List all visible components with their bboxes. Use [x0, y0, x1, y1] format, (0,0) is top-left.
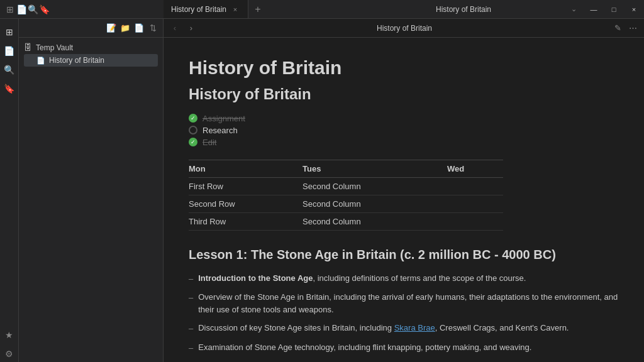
editor: ‹ › History of Britain ✎ ⋯ History of Br… — [164, 19, 644, 362]
table-cell-row3-col3 — [440, 212, 503, 230]
file-item-label: History of Britain — [49, 56, 104, 65]
table-cell-row2-col3 — [440, 195, 503, 212]
table-cell-row3-col1: Third Row — [189, 212, 295, 230]
sidebar-toolbar: 📝 📁 📄 ⇅ — [19, 19, 163, 38]
bullet-dash-1: – — [189, 273, 193, 285]
bookmark-icon[interactable]: 🔖 — [39, 4, 49, 14]
more-options-icon[interactable]: ⋯ — [626, 22, 639, 35]
bullet-dash-4: – — [189, 342, 193, 354]
bullet-item-1: – Introduction to the Stone Age, includi… — [189, 272, 619, 285]
doc-heading-2: History of Britain — [189, 85, 619, 104]
file-item-history[interactable]: 📄 History of Britain — [24, 54, 158, 67]
editor-actions: ✎ ⋯ — [611, 22, 639, 35]
checklist-item-edit[interactable]: ✓ Edit — [189, 138, 619, 147]
vault-section: 🗄 Temp Vault 📄 History of Britain — [19, 38, 163, 71]
check-label-edit: Edit — [203, 138, 216, 147]
file-doc-icon: 📄 — [36, 57, 45, 65]
tab-label: History of Britain — [171, 5, 226, 14]
tab-close-button[interactable]: × — [230, 4, 240, 14]
schedule-table: Mon Tues Wed First Row Second Column Sec… — [189, 160, 503, 231]
tab-history-of-britain[interactable]: History of Britain × — [164, 0, 248, 18]
sidebar: 📝 📁 📄 ⇅ 🗄 Temp Vault 📄 History of Britai… — [19, 19, 164, 362]
activity-bar: ⊞ 📄 🔍 🔖 ★ ⚙ — [0, 19, 19, 362]
table-header-wed: Wed — [440, 160, 503, 177]
bullet-item-2: – Overview of the Stone Age in Britain, … — [189, 291, 619, 315]
chevron-down-icon[interactable]: ⌄ — [569, 4, 579, 14]
checklist-item-assignment[interactable]: ✓ Assignment — [189, 114, 619, 123]
table-cell-row2-col1: Second Row — [189, 195, 295, 212]
skara-brae-link[interactable]: Skara Brae — [394, 323, 435, 332]
check-label-assignment: Assignment — [203, 114, 245, 123]
bullet-text-1: Introduction to the Stone Age, including… — [198, 272, 526, 285]
check-label-research: Research — [203, 126, 238, 135]
new-folder-icon[interactable]: 📁 — [119, 22, 131, 35]
document-content: History of Britain History of Britain ✓ … — [164, 38, 644, 362]
search-icon[interactable]: 🔍 — [28, 4, 38, 14]
new-note-icon[interactable]: 📝 — [105, 22, 118, 35]
check-icon-research — [189, 126, 197, 134]
new-tab-button[interactable]: + — [248, 0, 267, 18]
nav-back-button[interactable]: ‹ — [169, 22, 181, 35]
bullet-after-link-3: , Creswell Crags, and Kent's Cavern. — [435, 323, 569, 332]
table-cell-row1-col1: First Row — [189, 177, 295, 195]
titlebar: ⊞ 📄 🔍 🔖 History of Britain × + History o… — [0, 0, 644, 19]
editor-title: History of Britain — [201, 24, 608, 33]
activity-grid-icon[interactable]: ⊞ — [1, 24, 18, 40]
table-row: Second Row Second Column — [189, 195, 503, 212]
table-row: First Row Second Column — [189, 177, 503, 195]
titlebar-left: ⊞ 📄 🔍 🔖 — [0, 4, 164, 14]
activity-search-icon[interactable]: 🔍 — [1, 62, 18, 78]
edit-pencil-icon[interactable]: ✎ — [611, 22, 624, 35]
activity-settings-icon[interactable]: ⚙ — [1, 346, 18, 362]
doc-heading-1: History of Britain — [189, 57, 619, 79]
bullet-rest-1: , including definitions of terms and the… — [313, 273, 526, 283]
window-maximize-button[interactable]: □ — [604, 0, 624, 19]
activity-file-icon[interactable]: 📄 — [1, 43, 18, 59]
grid-icon[interactable]: ⊞ — [5, 4, 15, 14]
bullet-dash-2: – — [189, 292, 193, 315]
main-layout: ⊞ 📄 🔍 🔖 ★ ⚙ 📝 📁 📄 ⇅ 🗄 Temp Vault 📄 Histo… — [0, 19, 644, 362]
bullet-text-3: Discussion of key Stone Age sites in Bri… — [198, 322, 569, 335]
nav-forward-button[interactable]: › — [185, 22, 197, 35]
editor-nav: ‹ › History of Britain ✎ ⋯ — [164, 19, 644, 38]
bullet-text-4: Examination of Stone Age technology, inc… — [198, 341, 531, 354]
table-cell-row1-col3 — [440, 177, 503, 195]
bullet-rest-3: Discussion of key Stone Age sites in Bri… — [198, 323, 394, 332]
window-close-button[interactable]: × — [624, 0, 644, 19]
checklist-item-research[interactable]: Research — [189, 126, 619, 135]
bullet-item-4: – Examination of Stone Age technology, i… — [189, 341, 619, 354]
bullet-text-2: Overview of the Stone Age in Britain, in… — [198, 291, 619, 315]
file-icon[interactable]: 📄 — [16, 4, 26, 14]
vault-label: Temp Vault — [36, 43, 73, 52]
table-row: Third Row Second Column — [189, 212, 503, 230]
bullet-dash-3: – — [189, 322, 193, 335]
table-cell-row1-col2: Second Column — [295, 177, 440, 195]
table-header-mon: Mon — [189, 160, 295, 177]
table-cell-row2-col2: Second Column — [295, 195, 440, 212]
lesson-heading: Lesson 1: The Stone Age in Britain (c. 2… — [189, 246, 619, 263]
vault-icon: 🗄 — [24, 43, 32, 52]
titlebar-controls: ⌄ — [564, 4, 584, 14]
bullet-item-3: – Discussion of key Stone Age sites in B… — [189, 322, 619, 335]
check-icon-assignment: ✓ — [189, 114, 197, 123]
window-controls: — □ × — [584, 0, 644, 19]
bullet-bold-1: Introduction to the Stone Age — [198, 273, 313, 283]
bullet-list: – Introduction to the Stone Age, includi… — [189, 272, 619, 354]
activity-bookmark-icon[interactable]: 🔖 — [1, 80, 18, 97]
tab-bar: History of Britain × + — [164, 0, 364, 18]
vault-header[interactable]: 🗄 Temp Vault — [24, 41, 158, 53]
activity-star-icon[interactable]: ★ — [1, 327, 18, 343]
table-header-tues: Tues — [295, 160, 440, 177]
checklist: ✓ Assignment Research ✓ Edit — [189, 114, 619, 147]
titlebar-center-title: History of Britain — [364, 5, 564, 14]
window-minimize-button[interactable]: — — [584, 0, 604, 19]
sort-icon[interactable]: ⇅ — [147, 22, 159, 35]
table-cell-row3-col2: Second Column — [295, 212, 440, 230]
check-icon-edit: ✓ — [189, 138, 197, 146]
new-file-icon[interactable]: 📄 — [133, 22, 145, 35]
